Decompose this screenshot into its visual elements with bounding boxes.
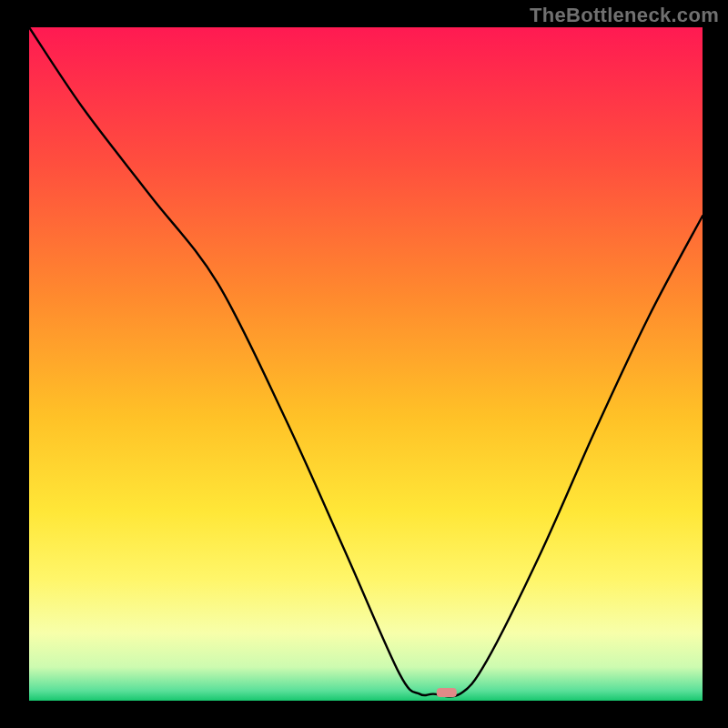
- chart-frame: TheBottleneck.com: [0, 0, 728, 728]
- watermark-text: TheBottleneck.com: [530, 4, 719, 27]
- plot-area: [29, 27, 703, 701]
- optimal-marker: [437, 688, 457, 697]
- chart-svg: [29, 27, 703, 701]
